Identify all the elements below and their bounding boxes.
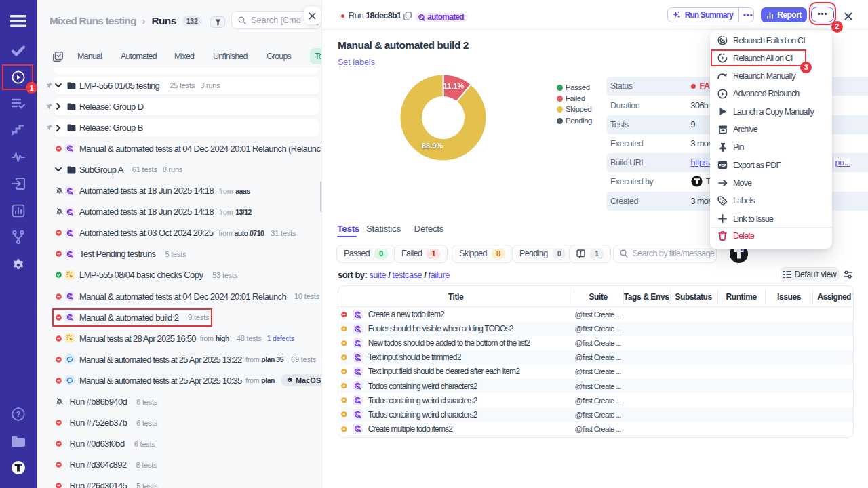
svg-text:11.1%: 11.1%	[443, 82, 465, 90]
svg-text:?: ?	[16, 410, 20, 418]
svg-text:88.9%: 88.9%	[422, 142, 443, 150]
svg-text:PDF: PDF	[719, 163, 727, 167]
